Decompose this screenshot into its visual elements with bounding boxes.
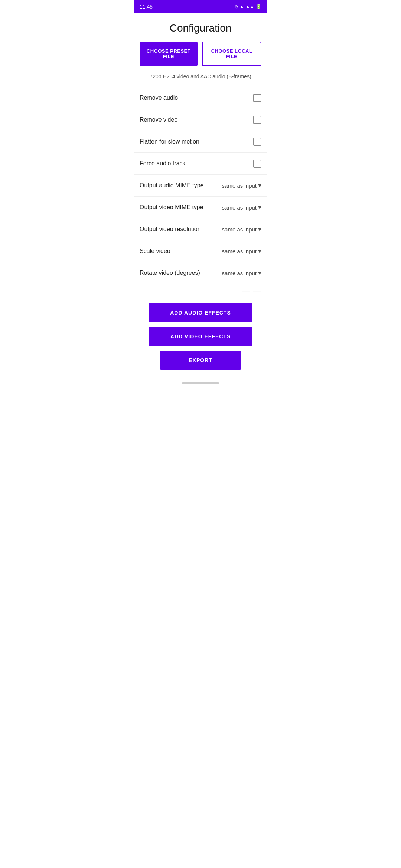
scale-video-dropdown[interactable]: same as input ▾ [222, 247, 261, 255]
output-video-mime-dropdown[interactable]: same as input ▾ [222, 203, 261, 211]
export-button[interactable]: EXPORT [160, 351, 241, 370]
remove-video-row: Remove video [134, 109, 267, 131]
force-audio-track-label: Force audio track [140, 160, 253, 167]
action-buttons: ADD AUDIO EFFECTS ADD VIDEO EFFECTS EXPO… [134, 299, 267, 379]
status-icons: ⊖ ▲ ▲▲ 🔋 [234, 4, 261, 9]
output-audio-mime-value: same as input [222, 183, 257, 189]
flatten-slow-motion-label: Flatten for slow motion [140, 138, 253, 145]
battery-icon: 🔋 [256, 4, 261, 9]
file-buttons-row: CHOOSE PRESET FILE CHOOSE LOCAL FILE [134, 42, 267, 72]
add-video-effects-button[interactable]: ADD VIDEO EFFECTS [149, 327, 252, 346]
flatten-slow-motion-row: Flatten for slow motion [134, 131, 267, 153]
remove-video-label: Remove video [140, 116, 253, 123]
choose-preset-button[interactable]: CHOOSE PRESET FILE [140, 42, 198, 66]
force-audio-track-checkbox[interactable] [253, 160, 261, 168]
choose-local-button[interactable]: CHOOSE LOCAL FILE [202, 42, 261, 66]
output-audio-mime-dropdown[interactable]: same as input ▾ [222, 181, 261, 190]
force-audio-track-row: Force audio track [134, 153, 267, 175]
status-bar: 11:45 ⊖ ▲ ▲▲ 🔋 [134, 0, 267, 13]
output-video-mime-row: Output video MIME type same as input ▾ [134, 197, 267, 218]
rotate-video-label: Rotate video (degrees) [140, 270, 222, 276]
output-video-mime-label: Output video MIME type [140, 204, 222, 211]
output-video-resolution-label: Output video resolution [140, 226, 222, 233]
nav-bar [134, 379, 267, 388]
scale-video-value: same as input [222, 248, 257, 254]
remove-video-checkbox[interactable] [253, 116, 261, 124]
rotate-video-arrow-icon: ▾ [258, 269, 261, 277]
scale-video-label: Scale video [140, 248, 222, 254]
output-video-mime-arrow-icon: ▾ [258, 203, 261, 211]
output-video-resolution-value: same as input [222, 226, 257, 233]
add-audio-effects-button[interactable]: ADD AUDIO EFFECTS [149, 303, 252, 322]
output-video-resolution-dropdown[interactable]: same as input ▾ [222, 225, 261, 233]
output-audio-mime-label: Output audio MIME type [140, 182, 222, 189]
nav-pill [182, 382, 219, 384]
flatten-slow-motion-checkbox[interactable] [253, 138, 261, 146]
rotate-video-dropdown[interactable]: same as input ▾ [222, 269, 261, 277]
scale-video-arrow-icon: ▾ [258, 247, 261, 255]
preset-description: 720p H264 video and AAC audio (B-frames) [134, 72, 267, 87]
rotate-video-value: same as input [222, 270, 257, 276]
output-video-mime-value: same as input [222, 204, 257, 211]
signal-icon: ▲▲ [245, 4, 254, 9]
remove-audio-label: Remove audio [140, 95, 253, 101]
wifi-icon: ▲ [239, 4, 244, 9]
status-time: 11:45 [140, 4, 153, 10]
page-title: Configuration [134, 13, 267, 42]
remove-audio-row: Remove audio [134, 87, 267, 109]
separator: — — [134, 284, 267, 299]
scale-video-row: Scale video same as input ▾ [134, 240, 267, 262]
output-audio-mime-row: Output audio MIME type same as input ▾ [134, 175, 267, 197]
output-audio-mime-arrow-icon: ▾ [258, 181, 261, 190]
dnd-icon: ⊖ [234, 4, 238, 9]
rotate-video-row: Rotate video (degrees) same as input ▾ [134, 262, 267, 284]
output-video-resolution-row: Output video resolution same as input ▾ [134, 218, 267, 240]
remove-audio-checkbox[interactable] [253, 94, 261, 102]
output-video-resolution-arrow-icon: ▾ [258, 225, 261, 233]
